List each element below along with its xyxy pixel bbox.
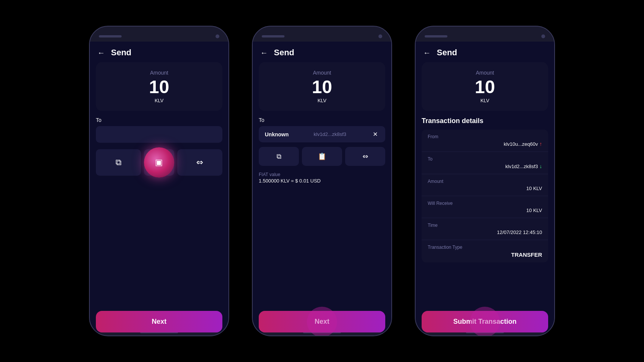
page-title-1: Send bbox=[111, 48, 131, 58]
phone-2: ← Send Amount 10 KLV To Unknown klv1d2..… bbox=[252, 26, 392, 336]
page-title-2: Send bbox=[274, 48, 294, 58]
fiat-section-2: FIAT value 1.500000 KLV = $ 0.01 USD bbox=[259, 172, 385, 184]
to-label-1: To bbox=[96, 117, 222, 123]
tx-type-label: Transaction Type bbox=[428, 245, 542, 250]
phone-2-header: ← Send bbox=[253, 42, 391, 62]
page-title-3: Send bbox=[437, 48, 457, 58]
phone-2-content: ← Send Amount 10 KLV To Unknown klv1d2..… bbox=[253, 42, 391, 332]
back-button-2[interactable]: ← bbox=[260, 48, 268, 57]
to-label-2: To bbox=[259, 117, 385, 123]
fiat-amount-2: 1.500000 KLV = $ 0.01 USD bbox=[259, 178, 385, 184]
qr-icon-2: ⇔ bbox=[363, 152, 368, 161]
to-section-1: To bbox=[90, 117, 228, 143]
amount-currency-1: KLV bbox=[103, 98, 215, 103]
to-address-name-2: Unknown bbox=[265, 131, 289, 137]
phone-3-notch bbox=[416, 27, 554, 42]
tx-to-label: To bbox=[428, 156, 542, 162]
to-arrow-icon: ↓ bbox=[539, 163, 542, 169]
phone-2-notch bbox=[253, 27, 391, 42]
notch-pill-3 bbox=[425, 35, 447, 37]
amount-card-2: Amount 10 KLV bbox=[259, 62, 385, 111]
tx-row-amount: Amount 10 KLV bbox=[422, 174, 548, 196]
copy-button-2[interactable]: ⧉ bbox=[259, 147, 299, 166]
qr-icon-1: ⇔ bbox=[196, 158, 203, 167]
notch-pill-1 bbox=[99, 35, 122, 37]
qr-button-2[interactable]: ⇔ bbox=[345, 147, 385, 166]
amount-label-3: Amount bbox=[429, 70, 541, 76]
amount-value-1: 10 bbox=[103, 78, 215, 96]
tx-type-value: TRANSFER bbox=[428, 251, 542, 258]
tx-to-value: klv1d2...zk8sf3 ↓ bbox=[428, 163, 542, 169]
from-arrow-icon: ↑ bbox=[539, 141, 542, 147]
notch-dot-2 bbox=[378, 34, 382, 38]
tx-amount-value: 10 KLV bbox=[428, 186, 542, 191]
phone-1-content: ← Send Amount 10 KLV To ⧉ ▣ ⇔ bbox=[90, 42, 228, 332]
tx-table: From klv10u...zeq60v ↑ To klv1d2...zk8sf… bbox=[422, 130, 548, 262]
tx-row-type: Transaction Type TRANSFER bbox=[422, 240, 548, 262]
clear-address-button-2[interactable]: ✕ bbox=[371, 131, 379, 138]
phone-3-content: ← Send Amount 10 KLV Transaction details… bbox=[416, 42, 554, 332]
notch-dot-3 bbox=[541, 34, 545, 38]
to-address-short-2: klv1d2...zk8sf3 bbox=[314, 131, 346, 137]
scan-btn-container-1: ⧉ ▣ ⇔ bbox=[96, 147, 222, 178]
tx-time-label: Time bbox=[428, 223, 542, 228]
qr-button-1[interactable]: ⇔ bbox=[177, 149, 222, 176]
phone-3-bottom bbox=[416, 332, 554, 335]
phone-1-header: ← Send bbox=[90, 42, 228, 62]
amount-card-1: Amount 10 KLV bbox=[96, 62, 222, 111]
to-section-2: To Unknown klv1d2...zk8sf3 ✕ bbox=[253, 117, 391, 142]
back-button-3[interactable]: ← bbox=[423, 48, 431, 57]
to-input-1[interactable] bbox=[96, 126, 222, 143]
copy-icon-1: ⧉ bbox=[116, 158, 122, 167]
phone-1-notch bbox=[90, 27, 228, 42]
amount-currency-2: KLV bbox=[266, 98, 378, 103]
notch-dot-1 bbox=[216, 34, 219, 38]
clipboard-icon-2: 📋 bbox=[318, 152, 326, 161]
notch-pill-2 bbox=[262, 35, 284, 37]
tx-row-to: To klv1d2...zk8sf3 ↓ bbox=[422, 152, 548, 174]
tx-from-label: From bbox=[428, 134, 542, 139]
tx-row-time: Time 12/07/2022 12:45:10 bbox=[422, 218, 548, 240]
tx-details-title: Transaction details bbox=[422, 117, 548, 125]
tx-amount-label: Amount bbox=[428, 179, 542, 184]
scan-icon-1: ▣ bbox=[155, 158, 163, 167]
tx-row-from: From klv10u...zeq60v ↑ bbox=[422, 130, 548, 152]
copy-button-1[interactable]: ⧉ bbox=[96, 149, 141, 176]
amount-value-2: 10 bbox=[266, 78, 378, 96]
tx-details-section: Transaction details From klv10u...zeq60v… bbox=[422, 117, 548, 306]
scan-button-wrapper-1: ▣ bbox=[144, 149, 174, 176]
phone-2-bottom bbox=[253, 332, 391, 335]
phone-1-bottom bbox=[90, 332, 228, 335]
tx-from-value: klv10u...zeq60v ↑ bbox=[428, 141, 542, 147]
fiat-label-2: FIAT value bbox=[259, 172, 385, 177]
clipboard-button-2[interactable]: 📋 bbox=[302, 147, 342, 166]
amount-label-2: Amount bbox=[266, 70, 378, 76]
tx-receive-label: Will Receive bbox=[428, 201, 542, 206]
submit-button-3[interactable]: Submit Transaction bbox=[422, 311, 548, 332]
amount-value-3: 10 bbox=[429, 78, 541, 96]
phone-1: ← Send Amount 10 KLV To ⧉ ▣ ⇔ bbox=[89, 26, 229, 336]
phone-3: ← Send Amount 10 KLV Transaction details… bbox=[415, 26, 555, 336]
action-buttons-2: ⧉ 📋 ⇔ bbox=[259, 147, 385, 166]
copy-icon-2: ⧉ bbox=[277, 153, 281, 161]
next-button-1[interactable]: Next bbox=[96, 311, 222, 332]
amount-label-1: Amount bbox=[103, 70, 215, 76]
back-button-1[interactable]: ← bbox=[97, 48, 105, 57]
next-button-2[interactable]: Next bbox=[259, 311, 385, 332]
amount-currency-3: KLV bbox=[429, 98, 541, 103]
scan-circle-1: ▣ bbox=[144, 147, 174, 178]
tx-receive-value: 10 KLV bbox=[428, 208, 542, 213]
amount-card-3: Amount 10 KLV bbox=[422, 62, 548, 111]
to-address-box-2: Unknown klv1d2...zk8sf3 ✕ bbox=[259, 126, 385, 142]
tx-row-receive: Will Receive 10 KLV bbox=[422, 196, 548, 218]
phone-3-header: ← Send bbox=[416, 42, 554, 62]
tx-time-value: 12/07/2022 12:45:10 bbox=[428, 229, 542, 235]
